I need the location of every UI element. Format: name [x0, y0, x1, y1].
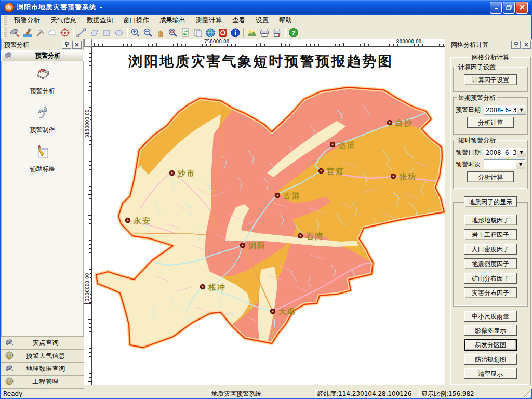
left-tool-2[interactable]: 辅助标绘 — [30, 143, 55, 174]
display-button-2[interactable]: 易发分区图 — [464, 339, 517, 351]
short-term-analyze-button[interactable]: 分析计算 — [467, 117, 514, 128]
status-ready: Ready — [1, 389, 209, 398]
map-canvas[interactable]: 白沙达浒官渡张坊沙市永安古港石湾浏阳枨冲大瑶 — [92, 47, 446, 385]
ruler-tick — [89, 352, 91, 353]
menu-item-4[interactable]: 成果输出 — [154, 15, 191, 26]
refresh-icon[interactable] — [179, 27, 192, 38]
left-nav-1[interactable]: 预警天气信息 — [1, 350, 84, 363]
cloud-icon[interactable] — [46, 27, 59, 38]
zoom-out-icon[interactable] — [142, 27, 154, 38]
pan-hand-icon[interactable] — [154, 27, 167, 38]
menu-item-6[interactable]: 查看 — [227, 15, 250, 26]
ruler-tick — [194, 44, 194, 46]
polygon-tool-icon[interactable] — [88, 27, 100, 38]
factor-button-1[interactable]: 岩土工程因子 — [464, 229, 517, 240]
pick-tool-icon[interactable] — [34, 27, 46, 38]
ruler-tick — [443, 44, 444, 46]
ruler-tick — [88, 361, 91, 361]
menu-item-2[interactable]: 数据查询 — [82, 15, 118, 26]
menu-item-5[interactable]: 测量计算 — [191, 15, 227, 26]
menu-item-8[interactable]: 帮助 — [274, 15, 297, 26]
image-icon[interactable] — [246, 27, 258, 38]
warning-analysis-icon[interactable] — [9, 27, 21, 38]
info-icon[interactable]: i — [229, 27, 242, 38]
chevron-down-icon[interactable]: ▼ — [517, 148, 526, 157]
display-button-4[interactable]: 清空显示 — [464, 368, 517, 379]
factor-button-4[interactable]: 矿山分布因子 — [464, 273, 517, 284]
display-button-1[interactable]: 影像图显示 — [464, 325, 517, 336]
left-nav-label: 地理数据查询 — [18, 365, 73, 374]
target-icon[interactable] — [59, 27, 71, 38]
left-tool-1[interactable]: 预警制作 — [30, 104, 55, 135]
left-nav-0[interactable]: 灾点查询 — [1, 337, 84, 350]
ruler-tick — [306, 44, 307, 46]
left-nav-label: 预警天气信息 — [18, 352, 73, 361]
ellipse-tool-icon[interactable] — [113, 27, 125, 38]
ruler-tick — [402, 44, 402, 46]
svg-text:白沙: 白沙 — [395, 118, 413, 128]
close-button[interactable] — [516, 2, 528, 14]
left-tool-0[interactable]: 预警分析 — [30, 65, 55, 96]
print-icon[interactable] — [258, 27, 271, 38]
maximize-button[interactable] — [503, 2, 515, 14]
factor-button-2[interactable]: 人口密度因子 — [464, 244, 517, 255]
short-time-times-combobox[interactable]: ▼ — [484, 159, 525, 169]
short-time-analyze-button[interactable]: 分析计算 — [467, 171, 514, 182]
print-preview-icon[interactable] — [271, 27, 283, 38]
ruler-tick — [107, 44, 107, 46]
ruler-tick — [173, 44, 174, 46]
ruler-tick — [88, 194, 91, 195]
factor-button-3[interactable]: 地震烈度因子 — [464, 258, 517, 269]
rectangle-tool-icon[interactable] — [100, 27, 113, 38]
zoom-in-icon[interactable] — [129, 27, 142, 38]
menu-item-7[interactable]: 设置 — [250, 15, 274, 26]
pin-icon[interactable] — [511, 41, 521, 49]
zoom-extent-icon[interactable] — [167, 27, 179, 38]
menu-item-0[interactable]: 预警分析 — [9, 15, 45, 26]
ruler-tick — [339, 44, 340, 46]
display-button-0[interactable]: 中小尺度雨量 — [464, 311, 517, 322]
menu-item-3[interactable]: 窗口操作 — [118, 15, 154, 26]
close-panel-icon[interactable] — [72, 41, 82, 49]
ruler-tick — [89, 165, 91, 166]
status-bar: Ready 地质灾害预警系统 经纬度:114.230104,28.100126 … — [1, 389, 531, 398]
resize-grip[interactable] — [524, 391, 531, 398]
menubar-grip[interactable] — [3, 16, 7, 25]
stop-icon[interactable] — [217, 27, 229, 38]
close-panel-icon[interactable] — [522, 41, 531, 49]
ruler-tick — [89, 365, 91, 365]
svg-text:枨冲: 枨冲 — [208, 283, 226, 292]
ruler-tick — [427, 43, 427, 46]
geo-factors-display-button[interactable]: 地质因子的显示 — [464, 196, 517, 207]
chevron-down-icon[interactable]: ▼ — [516, 160, 525, 169]
short-time-date-combobox[interactable]: 2008- 6- 3 ▼ — [484, 148, 526, 157]
factor-button-5[interactable]: 灾害分布因子 — [464, 287, 517, 298]
copy-icon[interactable] — [192, 27, 204, 38]
dish-icon — [5, 338, 15, 348]
globe-icon[interactable] — [204, 27, 217, 38]
left-section-header[interactable]: 预警分析 — [1, 50, 84, 61]
ruler-tick — [273, 44, 273, 46]
left-nav-3[interactable]: 工程管理 — [1, 376, 84, 389]
minimize-button[interactable] — [490, 2, 502, 14]
ruler-tick — [89, 344, 91, 344]
menu-item-1[interactable]: 天气信息 — [45, 15, 82, 26]
line-tool-icon[interactable] — [75, 27, 88, 38]
ruler-tick — [89, 203, 91, 203]
flood-tool-icon[interactable] — [21, 27, 34, 38]
pin-icon[interactable] — [62, 41, 71, 49]
ruler-tick — [88, 236, 91, 236]
display-button-3[interactable]: 防治规划图 — [464, 354, 517, 365]
ruler-tick — [418, 44, 419, 46]
toolbar-grip[interactable] — [3, 28, 7, 37]
left-nav-2[interactable]: 地理数据查询 — [1, 363, 84, 376]
ruler-tick — [89, 186, 91, 187]
short-term-date-combobox[interactable]: 2008- 6- 3 ▼ — [484, 105, 526, 115]
factor-button-0[interactable]: 地形地貌因子 — [464, 215, 517, 225]
factor-setting-button[interactable]: 计算因子设置 — [464, 74, 517, 85]
ruler-tick — [89, 265, 91, 265]
ruler-tick — [373, 44, 373, 46]
chevron-down-icon[interactable]: ▼ — [517, 105, 526, 114]
help-icon[interactable]: ? — [287, 27, 300, 38]
ruler-tick — [161, 44, 161, 46]
